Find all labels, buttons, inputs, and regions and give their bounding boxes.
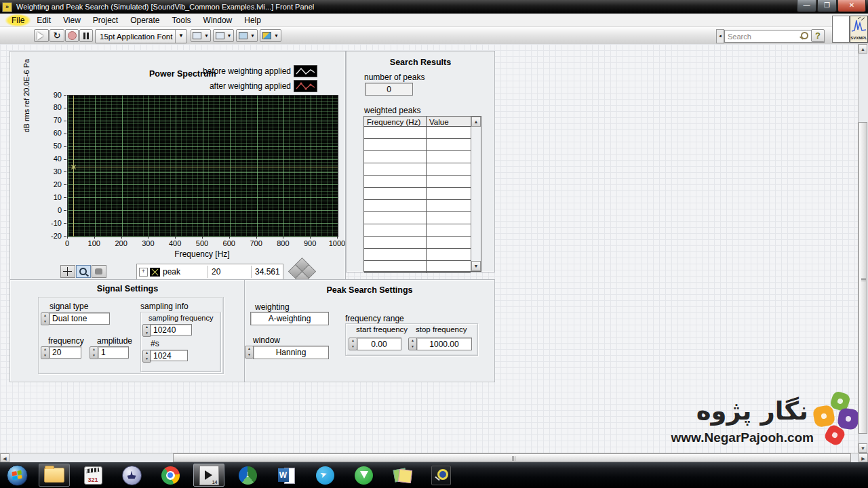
amplitude-value[interactable]: 1 bbox=[98, 346, 129, 359]
cell-frequency[interactable] bbox=[364, 249, 427, 260]
weighting-value[interactable]: A-weighting bbox=[250, 312, 329, 325]
cursor-horizontal-line[interactable] bbox=[68, 167, 338, 167]
scrollbar-up-icon[interactable]: ▲ bbox=[859, 44, 867, 54]
menu-help[interactable]: Help bbox=[238, 14, 267, 26]
taskbar-vpn-app[interactable] bbox=[348, 464, 379, 487]
menu-file[interactable]: File bbox=[5, 14, 31, 26]
connector-pane[interactable] bbox=[832, 16, 850, 43]
legend-after-swatch[interactable] bbox=[294, 80, 317, 92]
sampling-frequency-value[interactable]: 10240 bbox=[150, 324, 192, 336]
context-help-button[interactable]: ? bbox=[811, 29, 825, 42]
cell-value[interactable] bbox=[427, 249, 471, 260]
scroll-up-icon[interactable]: ▲ bbox=[471, 117, 481, 127]
cell-frequency[interactable] bbox=[364, 163, 427, 175]
power-spectrum-plot[interactable] bbox=[67, 95, 338, 237]
restore-button[interactable]: ❐ bbox=[817, 0, 837, 12]
menu-window[interactable]: Window bbox=[197, 14, 239, 26]
horizontal-scroll-thumb[interactable] bbox=[173, 453, 851, 462]
cell-value[interactable] bbox=[427, 127, 471, 138]
cell-frequency[interactable] bbox=[364, 261, 427, 272]
reorder-button[interactable]: ▼ bbox=[260, 29, 281, 42]
cell-value[interactable] bbox=[427, 212, 471, 224]
cell-frequency[interactable] bbox=[364, 188, 427, 199]
pause-button[interactable] bbox=[79, 29, 93, 42]
align-objects-button[interactable]: ▼ bbox=[191, 29, 211, 42]
scroll-down-icon[interactable]: ▼ bbox=[471, 261, 481, 271]
scrollbar-left-icon[interactable]: ◀ bbox=[0, 453, 9, 462]
cell-value[interactable] bbox=[427, 188, 471, 199]
scrollbar-right-icon[interactable]: ▶ bbox=[859, 453, 868, 462]
horizontal-scrollbar[interactable]: ◀ ▶ bbox=[0, 453, 868, 463]
pan-tool-button[interactable] bbox=[92, 265, 106, 278]
menu-tools[interactable]: Tools bbox=[166, 14, 197, 26]
minimize-button[interactable]: — bbox=[797, 0, 816, 12]
legend-after[interactable]: after weighting applied bbox=[189, 80, 317, 92]
cell-value[interactable] bbox=[427, 163, 471, 175]
cell-frequency[interactable] bbox=[364, 237, 427, 248]
signal-type-value[interactable]: Dual tone bbox=[49, 312, 110, 325]
search-collapse-button[interactable]: ◂ bbox=[716, 29, 724, 43]
cell-value[interactable] bbox=[427, 151, 471, 163]
legend-before[interactable]: before weighting applied bbox=[189, 65, 317, 77]
run-button[interactable] bbox=[34, 29, 49, 42]
cell-frequency[interactable] bbox=[364, 151, 427, 163]
taskbar-chrome[interactable] bbox=[155, 464, 186, 487]
abort-button[interactable] bbox=[65, 29, 79, 42]
cell-value[interactable] bbox=[427, 176, 471, 187]
cursor-marker[interactable] bbox=[71, 164, 77, 170]
menu-project[interactable]: Project bbox=[87, 14, 124, 26]
taskbar-labview[interactable]: 14 bbox=[193, 464, 224, 487]
scrollbar-down-icon[interactable]: ▼ bbox=[859, 443, 867, 453]
graph-palette bbox=[60, 265, 107, 278]
taskbar-ship-browser[interactable] bbox=[116, 464, 147, 487]
menu-view[interactable]: View bbox=[57, 14, 87, 26]
number-of-peaks-value[interactable]: 0 bbox=[365, 83, 413, 96]
taskbar-search-tool[interactable] bbox=[425, 464, 456, 487]
window-value[interactable]: Hanning bbox=[253, 346, 329, 359]
table-scrollbar[interactable]: ▲ ▼ bbox=[471, 117, 481, 271]
taskbar-start-button[interactable] bbox=[3, 464, 31, 487]
taskbar-media-player-classic[interactable]: 321 bbox=[77, 464, 108, 487]
cell-frequency[interactable] bbox=[364, 176, 427, 187]
font-selector[interactable]: 15pt Application Font ▼ bbox=[95, 29, 187, 43]
legend-before-swatch[interactable] bbox=[294, 65, 317, 77]
vertical-scroll-thumb[interactable] bbox=[859, 122, 867, 434]
cell-frequency[interactable] bbox=[364, 212, 427, 224]
cell-value[interactable] bbox=[427, 224, 471, 236]
cursor-name[interactable]: peak bbox=[163, 267, 208, 277]
cell-frequency[interactable] bbox=[364, 139, 427, 150]
taskbar-sticky-notes[interactable] bbox=[387, 464, 418, 487]
samples-value[interactable]: 1024 bbox=[150, 350, 188, 361]
taskbar-word[interactable]: W bbox=[271, 464, 302, 487]
search-input[interactable] bbox=[724, 30, 825, 43]
start-frequency-value[interactable]: 0.00 bbox=[357, 338, 401, 350]
cursor-y-value[interactable]: 34.561 bbox=[251, 266, 283, 278]
run-continuously-button[interactable]: ↻ bbox=[50, 29, 64, 42]
menu-edit[interactable]: Edit bbox=[31, 14, 57, 26]
menu-operate[interactable]: Operate bbox=[124, 14, 165, 26]
cell-value[interactable] bbox=[427, 200, 471, 211]
distribute-objects-button[interactable]: ▼ bbox=[213, 29, 234, 42]
frequency-value[interactable]: 20 bbox=[49, 346, 81, 359]
cursor-style-icon[interactable] bbox=[150, 268, 160, 277]
cell-frequency[interactable] bbox=[364, 224, 427, 236]
cell-value[interactable] bbox=[427, 237, 471, 248]
stop-frequency-value[interactable]: 1000.00 bbox=[416, 338, 472, 350]
cursor-expand-button[interactable]: + bbox=[139, 268, 148, 277]
taskbar-internet-download-manager[interactable] bbox=[232, 464, 263, 487]
cursor-x-value[interactable]: 20 bbox=[208, 266, 251, 278]
taskbar-telegram[interactable] bbox=[309, 464, 340, 487]
cell-value[interactable] bbox=[427, 139, 471, 150]
font-selector-dropdown-icon[interactable]: ▼ bbox=[175, 30, 186, 43]
weighted-peaks-label: weighted peaks bbox=[364, 106, 420, 115]
cell-frequency[interactable] bbox=[364, 127, 427, 138]
vi-icon-pane[interactable]: SVXMPL bbox=[850, 16, 868, 43]
cursor-tool-button[interactable] bbox=[60, 265, 75, 278]
vertical-scrollbar[interactable]: ▲ ▼ bbox=[858, 44, 868, 453]
cell-value[interactable] bbox=[427, 261, 471, 272]
close-button[interactable]: ✕ bbox=[837, 0, 866, 12]
zoom-tool-button[interactable] bbox=[76, 265, 91, 278]
taskbar-file-explorer[interactable] bbox=[39, 464, 70, 487]
resize-objects-button[interactable]: ▼ bbox=[236, 29, 258, 42]
cell-frequency[interactable] bbox=[364, 200, 427, 211]
